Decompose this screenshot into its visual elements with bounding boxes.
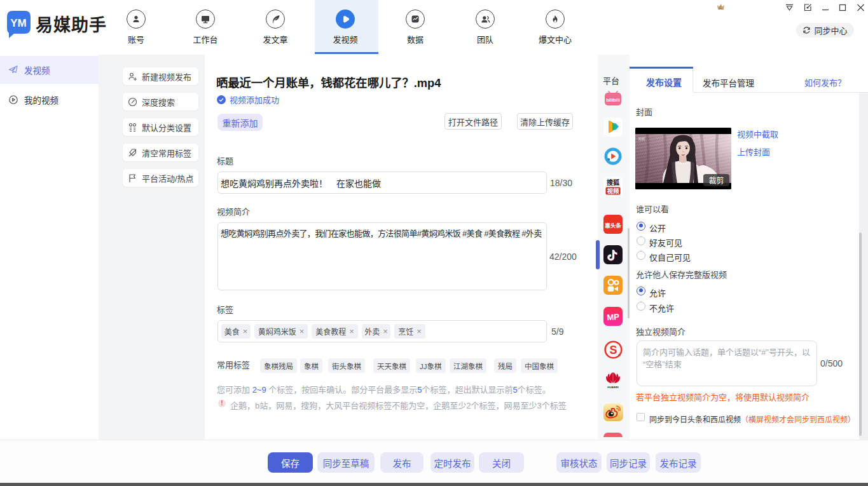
svg-text:视频: 视频 <box>607 187 619 194</box>
svg-text:YM: YM <box>10 17 27 29</box>
svg-text:惠头条: 惠头条 <box>605 222 621 229</box>
svg-text:粉刷: 粉刷 <box>638 137 645 141</box>
svg-text:S: S <box>609 344 617 356</box>
svg-text:MP: MP <box>607 312 620 322</box>
svg-text:搜狐: 搜狐 <box>607 179 619 186</box>
svg-text:HUAWEI: HUAWEI <box>607 386 619 389</box>
svg-text:bilibili: bilibili <box>606 97 620 103</box>
